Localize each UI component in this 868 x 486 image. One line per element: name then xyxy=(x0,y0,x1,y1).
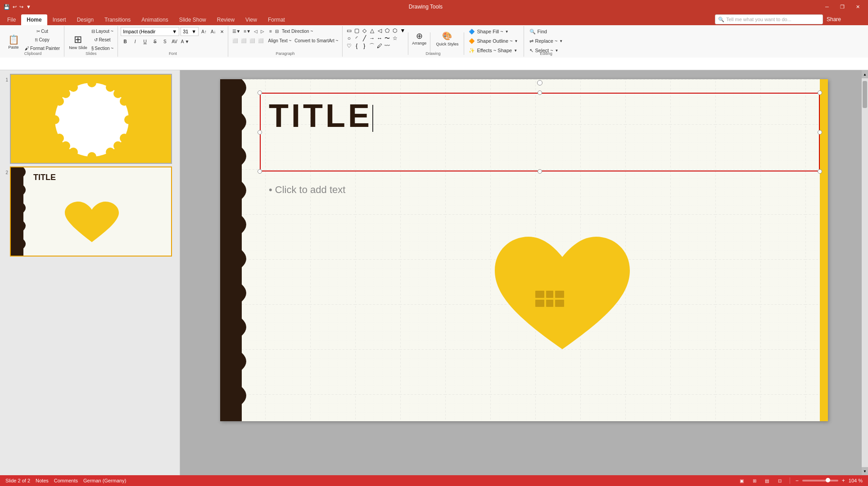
customize-icon[interactable]: ▼ xyxy=(26,4,31,9)
reset-button[interactable]: ↺ Reset xyxy=(90,36,115,44)
increase-font-button[interactable]: A↑ xyxy=(200,27,208,36)
spacing-button[interactable]: AV xyxy=(170,37,179,45)
window-controls[interactable]: ─ ❐ ✕ xyxy=(820,2,864,11)
tab-animations[interactable]: Animations xyxy=(136,14,173,25)
shape-line[interactable]: ╱ xyxy=(361,35,368,42)
close-button[interactable]: ✕ xyxy=(851,2,864,11)
zoom-slider[interactable] xyxy=(802,480,838,482)
font-color-button[interactable]: A ▼ xyxy=(180,37,191,45)
numbered-list-button[interactable]: ≡▼ xyxy=(242,27,252,35)
replace-button[interactable]: ⇌ Replace ~ ▼ xyxy=(527,36,566,45)
shadow-button[interactable]: S xyxy=(160,37,169,45)
shape-circle[interactable]: ○ xyxy=(345,35,353,42)
bold-button[interactable]: B xyxy=(121,37,130,45)
shape-diamond[interactable]: ◇ xyxy=(361,27,368,34)
copy-button[interactable]: ⎘ Copy xyxy=(23,36,61,44)
shape-freeform[interactable]: 🖊 xyxy=(376,42,383,50)
font-name-selector[interactable]: Impact (Headir ▼ xyxy=(121,27,179,36)
shape-triangle[interactable]: △ xyxy=(368,27,375,34)
view-presenter-button[interactable]: ⊡ xyxy=(775,477,784,484)
find-button[interactable]: 🔍 Find xyxy=(527,27,566,36)
tab-slideshow[interactable]: Slide Show xyxy=(174,14,212,25)
handle-tl[interactable] xyxy=(258,90,262,95)
line-spacing-button[interactable]: ≡ xyxy=(268,27,273,35)
handle-bl[interactable] xyxy=(258,169,262,174)
shape-bracket[interactable]: { xyxy=(353,42,360,50)
convert-smartart-button[interactable]: Convert to SmartArt ~ xyxy=(293,36,339,45)
decrease-font-button[interactable]: A↓ xyxy=(209,27,217,36)
slide-image-2[interactable]: TITLE xyxy=(10,166,172,256)
handle-bm[interactable] xyxy=(538,169,542,174)
quick-styles-button[interactable]: 🎨 Quick Styles xyxy=(432,27,462,50)
tab-transitions[interactable]: Transitions xyxy=(99,14,136,25)
strikethrough-button[interactable]: S xyxy=(150,37,159,45)
shape-star[interactable]: ☆ xyxy=(391,35,398,42)
shape-wave[interactable]: 〜 xyxy=(384,35,391,42)
rotation-handle[interactable] xyxy=(537,80,542,86)
shape-arc[interactable]: ◜ xyxy=(353,35,360,42)
scroll-down-button[interactable]: ▼ xyxy=(862,467,868,475)
columns-button[interactable]: ⊟ xyxy=(274,27,280,35)
handle-br[interactable] xyxy=(818,169,822,174)
slide-thumb-1[interactable]: 1 xyxy=(2,74,178,164)
scroll-up-button[interactable]: ▲ xyxy=(862,70,868,78)
zoom-thumb[interactable] xyxy=(826,478,830,482)
underline-button[interactable]: U xyxy=(140,37,149,45)
tab-file[interactable]: File xyxy=(2,14,21,25)
justify-button[interactable]: ⬜ xyxy=(257,36,265,45)
right-scrollbar[interactable]: ▲ ▼ xyxy=(862,70,868,475)
align-left-button[interactable]: ⬜ xyxy=(231,36,239,45)
tab-home[interactable]: Home xyxy=(21,14,47,25)
paste-button[interactable]: 📋 Paste xyxy=(5,31,23,54)
title-textbox-container[interactable]: TITLE xyxy=(260,93,820,171)
view-reading-button[interactable]: ▤ xyxy=(763,477,772,484)
quick-access-toolbar[interactable]: 💾 ↩ ↪ ▼ xyxy=(4,4,31,10)
scroll-thumb[interactable] xyxy=(863,81,867,108)
comments-button[interactable]: Comments xyxy=(54,478,78,483)
shape-hexagon[interactable]: ⬡ xyxy=(391,27,398,34)
indent-more-button[interactable]: ▷ xyxy=(259,27,266,35)
align-right-button[interactable]: ⬜ xyxy=(248,36,256,45)
shape-scribble[interactable]: 〰 xyxy=(384,42,391,50)
tab-insert[interactable]: Insert xyxy=(47,14,72,25)
slide-image-1[interactable] xyxy=(10,74,172,164)
shape-brace[interactable]: } xyxy=(361,42,368,50)
handle-tm[interactable] xyxy=(538,90,542,95)
search-bar[interactable]: 🔍 Tell me what you want to do... xyxy=(715,14,823,24)
shape-rounded-rect[interactable]: ▢ xyxy=(353,27,360,34)
cut-button[interactable]: ✂ Cut xyxy=(23,27,61,35)
shape-fill-button[interactable]: 🔷 Shape Fill ~ ▼ xyxy=(466,27,520,36)
shape-outline-button[interactable]: 🔶 Shape Outline ~ ▼ xyxy=(466,36,520,45)
shape-more[interactable]: ▼ xyxy=(399,27,406,34)
shape-rtriangle[interactable]: ◁ xyxy=(376,27,383,34)
zoom-out-button[interactable]: − xyxy=(796,477,799,484)
italic-button[interactable]: I xyxy=(131,37,140,45)
heart-svg[interactable] xyxy=(490,232,634,367)
shape-arrow[interactable]: → xyxy=(368,35,375,42)
notes-button[interactable]: Notes xyxy=(36,478,49,483)
arrange-button[interactable]: ⊕ Arrange xyxy=(410,27,428,50)
font-size-selector[interactable]: 31 ▼ xyxy=(181,27,199,36)
text-direction-button[interactable]: Text Direction ~ xyxy=(280,27,314,35)
clear-format-button[interactable]: ✕ xyxy=(219,27,225,36)
bullet-list-button[interactable]: ☰▼ xyxy=(231,27,242,35)
minimize-button[interactable]: ─ xyxy=(820,2,834,11)
content-placeholder[interactable]: Click to add text xyxy=(269,180,811,199)
view-slide-sorter-button[interactable]: ⊞ xyxy=(750,477,759,484)
redo-icon[interactable]: ↪ xyxy=(19,4,23,10)
view-normal-button[interactable]: ▣ xyxy=(737,477,746,484)
undo-icon[interactable]: ↩ xyxy=(13,4,17,10)
slide-thumb-2[interactable]: 2 TITLE xyxy=(2,166,178,256)
align-center-button[interactable]: ⬜ xyxy=(240,36,248,45)
align-text-button[interactable]: Align Text ~ xyxy=(267,36,293,45)
share-button[interactable]: Share xyxy=(827,16,841,22)
restore-button[interactable]: ❐ xyxy=(836,2,849,11)
tab-review[interactable]: Review xyxy=(212,14,240,25)
indent-less-button[interactable]: ◁ xyxy=(253,27,259,35)
canvas-area[interactable]: TITLE Click to add text xyxy=(180,70,868,475)
shape-curve[interactable]: ⌒ xyxy=(368,42,375,50)
new-slide-button[interactable]: ⊞ New Slide xyxy=(67,31,89,54)
handle-ml[interactable] xyxy=(258,130,262,135)
slide-canvas[interactable]: TITLE Click to add text xyxy=(220,79,828,421)
handle-mr[interactable] xyxy=(818,130,822,135)
